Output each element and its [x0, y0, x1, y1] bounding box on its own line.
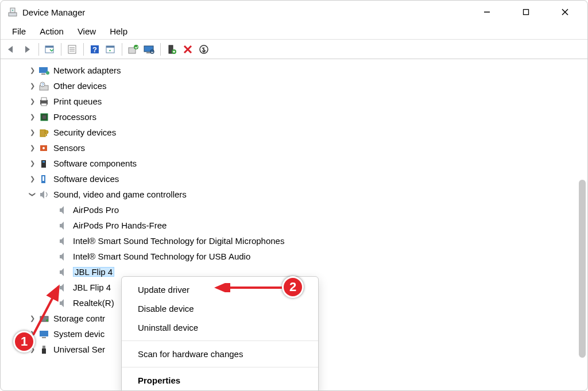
- category-label: Sound, video and game controllers: [53, 190, 187, 199]
- menu-view[interactable]: View: [71, 25, 103, 38]
- chevron-right-icon[interactable]: ❯: [28, 83, 36, 89]
- menu-separator: [122, 340, 318, 341]
- chevron-right-icon[interactable]: ❯: [28, 145, 36, 151]
- show-hide-console-button[interactable]: [42, 42, 57, 57]
- chevron-down-icon[interactable]: ❯: [29, 191, 36, 199]
- menu-disable-device[interactable]: Disable device: [122, 299, 318, 318]
- printer-icon: [38, 96, 50, 107]
- menu-uninstall-device[interactable]: Uninstall device: [122, 318, 318, 337]
- device-label: Realtek(R): [73, 299, 114, 307]
- scrollbar[interactable]: [579, 180, 586, 358]
- remove-device-button[interactable]: [180, 42, 195, 57]
- svg-point-46: [46, 319, 48, 322]
- category-label: Print queues: [53, 97, 102, 106]
- svg-rect-36: [40, 130, 45, 137]
- speaker-icon: [58, 235, 69, 247]
- back-button[interactable]: [4, 42, 19, 57]
- other-icon: ?: [38, 80, 50, 92]
- svg-rect-35: [42, 115, 46, 119]
- enable-device-button[interactable]: [164, 42, 179, 57]
- menu-file[interactable]: File: [5, 25, 33, 38]
- chevron-right-icon[interactable]: ❯: [28, 98, 36, 104]
- category-software-devices[interactable]: ❯ Software devices: [3, 171, 587, 187]
- category-label: Software devices: [53, 175, 119, 183]
- network-icon: [38, 65, 50, 76]
- svg-rect-47: [40, 331, 48, 336]
- device-label: JBL Flip 4: [73, 283, 111, 292]
- category-sound[interactable]: ❯ Sound, video and game controllers: [3, 187, 587, 202]
- chevron-right-icon[interactable]: ❯: [28, 114, 36, 120]
- svg-rect-19: [144, 46, 153, 52]
- help-button[interactable]: ?: [87, 42, 102, 57]
- titlebar: Device Manager: [1, 1, 587, 24]
- svg-rect-8: [45, 46, 53, 48]
- chevron-right-icon[interactable]: ❯: [28, 331, 36, 337]
- category-label: System devic: [53, 330, 105, 338]
- category-label: Universal Ser: [53, 345, 105, 354]
- category-other[interactable]: ❯ ? Other devices: [3, 78, 587, 94]
- cpu-icon: [38, 111, 50, 123]
- forward-button[interactable]: [20, 42, 35, 57]
- toolbar: ?: [1, 40, 587, 59]
- svg-rect-49: [42, 346, 45, 349]
- svg-rect-50: [42, 349, 46, 354]
- svg-point-40: [42, 147, 45, 149]
- menu-properties[interactable]: Properties: [122, 371, 318, 390]
- svg-rect-42: [42, 161, 45, 162]
- speaker-icon: [58, 297, 69, 309]
- properties-button[interactable]: [65, 42, 80, 57]
- svg-rect-33: [41, 103, 47, 106]
- category-label: Sensors: [53, 144, 85, 152]
- chevron-right-icon[interactable]: ❯: [28, 129, 36, 136]
- uninstall-button[interactable]: [196, 42, 211, 57]
- close-button[interactable]: [552, 3, 578, 21]
- sensor-icon: [38, 142, 50, 154]
- maximize-button[interactable]: [513, 3, 539, 21]
- category-label: Storage contr: [53, 314, 105, 323]
- device-item[interactable]: AirPods Pro Hands-Free: [3, 218, 587, 233]
- menu-action[interactable]: Action: [33, 25, 71, 38]
- svg-rect-38: [46, 133, 47, 136]
- system-icon: [38, 328, 50, 340]
- category-network[interactable]: ❯ Network adapters: [3, 63, 587, 78]
- context-menu: Update driver Disable device Uninstall d…: [121, 276, 319, 391]
- chevron-right-icon[interactable]: ❯: [28, 315, 36, 322]
- chevron-right-icon[interactable]: ❯: [28, 67, 36, 73]
- chevron-right-icon[interactable]: ❯: [28, 346, 36, 353]
- category-security[interactable]: ❯ Security devices: [3, 125, 587, 140]
- category-software-components[interactable]: ❯ Software components: [3, 156, 587, 171]
- chevron-right-icon[interactable]: ❯: [28, 160, 36, 167]
- device-manager-window: Device Manager File Action View Help: [0, 0, 588, 391]
- chevron-right-icon[interactable]: ❯: [28, 176, 36, 182]
- category-print[interactable]: ❯ Print queues: [3, 94, 587, 109]
- software-comp-icon: [38, 158, 50, 169]
- speaker-icon: [58, 204, 69, 216]
- svg-rect-0: [9, 13, 17, 16]
- speaker-icon: [58, 251, 69, 262]
- software-dev-icon: [38, 173, 50, 185]
- category-processors[interactable]: ❯ Processors: [3, 109, 587, 125]
- window-controls: [474, 3, 584, 21]
- minimize-button[interactable]: [474, 3, 500, 21]
- svg-rect-16: [106, 46, 114, 48]
- speaker-icon: [58, 266, 69, 278]
- svg-point-2: [12, 10, 13, 11]
- menu-scan-hardware[interactable]: Scan for hardware changes: [122, 344, 318, 363]
- category-label: Software components: [53, 159, 137, 168]
- menu-help[interactable]: Help: [103, 25, 134, 38]
- category-label: Processors: [53, 113, 96, 121]
- device-item[interactable]: Intel® Smart Sound Technology for USB Au…: [3, 249, 587, 264]
- action-button[interactable]: [103, 42, 118, 57]
- menu-update-driver[interactable]: Update driver: [122, 280, 318, 299]
- category-sensors[interactable]: ❯ Sensors: [3, 140, 587, 156]
- device-item[interactable]: AirPods Pro: [3, 202, 587, 218]
- category-label: Network adapters: [53, 66, 121, 75]
- scan-button[interactable]: [142, 42, 157, 57]
- storage-icon: [38, 313, 50, 324]
- device-label: AirPods Pro: [73, 206, 119, 214]
- device-label: JBL Flip 4: [73, 267, 114, 277]
- category-label: Security devices: [53, 128, 116, 137]
- device-item[interactable]: Intel® Smart Sound Technology for Digita…: [3, 233, 587, 249]
- svg-rect-44: [42, 176, 44, 181]
- update-driver-button[interactable]: [126, 42, 141, 57]
